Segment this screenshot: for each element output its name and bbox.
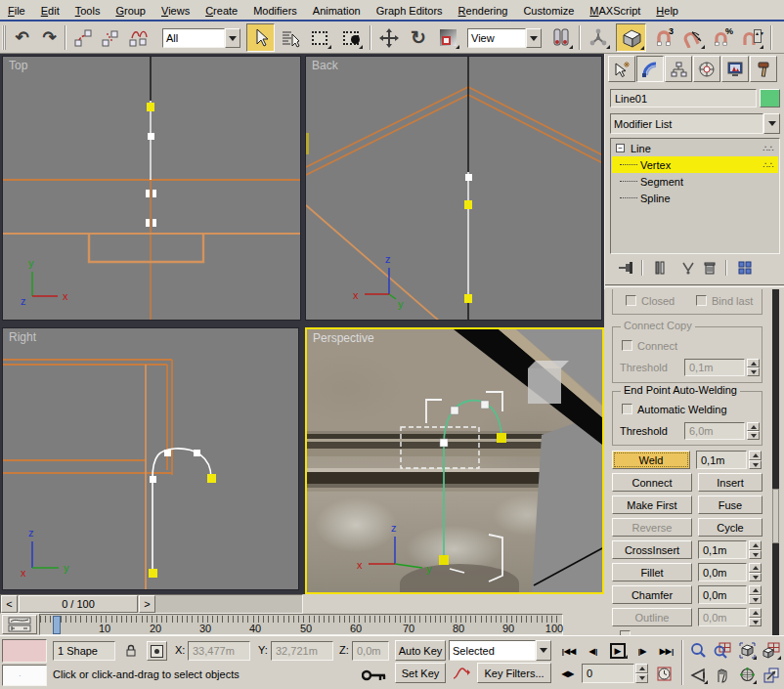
key-filters-button[interactable]: Key Filters... xyxy=(477,663,551,683)
menu-item-group[interactable]: Group xyxy=(108,2,153,19)
goto-start-button[interactable]: |◀◀ xyxy=(558,642,580,660)
reverse-button[interactable]: Reverse xyxy=(612,518,692,537)
bind-to-spacewarp-button[interactable] xyxy=(124,24,153,51)
spinner-snap-button[interactable]: ▲▼ xyxy=(738,24,765,51)
select-by-name-button[interactable] xyxy=(277,24,304,51)
object-name-field[interactable]: Line01 xyxy=(610,89,757,108)
viewport-right-label[interactable]: Right xyxy=(9,330,36,344)
percent-snap-button[interactable]: % xyxy=(709,24,736,51)
make-first-button[interactable]: Make First xyxy=(612,495,692,514)
key-scope-dropdown[interactable]: Selected xyxy=(449,640,536,661)
tab-create[interactable] xyxy=(608,56,635,82)
viewport-back[interactable]: Back z x y xyxy=(305,56,602,321)
weld-value-spinner[interactable] xyxy=(749,451,762,469)
time-configuration-button[interactable] xyxy=(653,664,675,683)
weld-value-field[interactable]: 0,1m xyxy=(696,451,747,469)
pan-button[interactable] xyxy=(711,664,734,686)
viewport-perspective-label[interactable]: Perspective xyxy=(313,331,374,345)
stack-item-vertex[interactable]: Vertex ∴∴ xyxy=(612,156,778,173)
current-frame-marker[interactable] xyxy=(53,616,61,634)
menu-item-maxscript[interactable]: MAXScript xyxy=(582,2,648,19)
tab-display[interactable] xyxy=(721,56,749,82)
select-and-scale-button[interactable] xyxy=(434,24,461,51)
object-color-swatch[interactable] xyxy=(760,89,780,108)
y-coordinate-field[interactable]: 32,721m xyxy=(271,641,333,661)
viewport-right[interactable]: Right z y x xyxy=(2,327,299,590)
stack-item-line[interactable]: − Line ∴∴ xyxy=(612,140,778,156)
maxscript-macro-recorder-pane[interactable] xyxy=(2,639,47,663)
connect-button[interactable]: Connect xyxy=(612,473,692,492)
current-frame-spinner[interactable] xyxy=(635,664,648,683)
bind-last-checkbox[interactable] xyxy=(696,295,707,306)
angle-snap-button[interactable] xyxy=(679,24,707,51)
configure-modifier-sets-button[interactable] xyxy=(733,258,757,278)
menu-item-file[interactable]: File xyxy=(0,2,33,19)
fillet-spinner[interactable] xyxy=(749,563,762,581)
menu-item-rendering[interactable]: Rendering xyxy=(451,2,516,19)
connect-threshold-spinner[interactable] xyxy=(747,359,760,376)
insert-button[interactable]: Insert xyxy=(698,473,762,492)
make-unique-button[interactable] xyxy=(678,258,698,278)
select-and-move-button[interactable] xyxy=(375,24,403,51)
play-button[interactable]: ▶ xyxy=(606,640,630,661)
remove-modifier-button[interactable] xyxy=(700,258,719,278)
crossinsert-spinner[interactable] xyxy=(749,540,762,559)
tab-modify[interactable] xyxy=(636,56,664,82)
chamfer-field[interactable]: 0,0m xyxy=(698,585,747,604)
menu-item-animation[interactable]: Animation xyxy=(305,2,369,19)
select-and-link-button[interactable] xyxy=(69,24,96,51)
menu-item-tools[interactable]: Tools xyxy=(67,2,109,19)
viewport-top-label[interactable]: Top xyxy=(9,59,27,72)
outline-spinner[interactable] xyxy=(749,608,762,626)
closed-checkbox[interactable] xyxy=(626,295,636,306)
viewport-top[interactable]: Top y x z xyxy=(2,56,301,321)
zoom-all-button[interactable] xyxy=(711,639,734,662)
reference-coordinate-dropdown-arrow[interactable] xyxy=(526,28,542,48)
previous-frame-button[interactable]: ◀| xyxy=(585,642,602,660)
selection-lock-toggle-button[interactable] xyxy=(121,641,140,661)
menu-item-views[interactable]: Views xyxy=(153,2,197,19)
stack-item-segment[interactable]: Segment xyxy=(612,173,778,190)
selection-filter-dropdown[interactable]: All xyxy=(162,28,225,48)
auto-key-button[interactable]: Auto Key xyxy=(395,640,446,661)
min-max-toggle-button[interactable] xyxy=(760,664,783,686)
menu-item-edit[interactable]: Edit xyxy=(33,2,67,19)
track-bar-ruler[interactable]: 0 10 20 30 40 50 60 70 80 90 100 xyxy=(39,614,563,635)
time-slider-handle[interactable]: 0 / 100 xyxy=(19,595,138,613)
collapse-box-icon[interactable]: − xyxy=(616,144,625,152)
chamfer-button[interactable]: Chamfer xyxy=(612,585,692,604)
default-tangent-button[interactable] xyxy=(449,663,474,683)
rollout-scrollbar-track[interactable] xyxy=(772,289,779,635)
show-end-result-button[interactable] xyxy=(649,258,671,278)
weld-threshold-field[interactable]: 6,0m xyxy=(684,422,745,440)
automatic-welding-checkbox[interactable] xyxy=(622,404,632,414)
tab-hierarchy[interactable] xyxy=(665,56,692,82)
x-coordinate-field[interactable]: 33,477m xyxy=(188,641,250,661)
chamfer-spinner[interactable] xyxy=(749,585,762,604)
crossinsert-button[interactable]: CrossInsert xyxy=(612,540,692,559)
rollout-scrollbar-thumb[interactable] xyxy=(772,489,779,543)
set-key-button[interactable]: Set Key xyxy=(395,663,446,683)
menu-item-modifiers[interactable]: Modifiers xyxy=(245,2,305,19)
cycle-button[interactable]: Cycle xyxy=(698,518,762,537)
fillet-button[interactable]: Fillet xyxy=(612,563,692,581)
menu-item-customize[interactable]: Customize xyxy=(515,2,582,19)
stack-item-spline[interactable]: Spline xyxy=(612,190,778,206)
snaps-toggle-button[interactable] xyxy=(616,23,646,52)
time-slider-prev-button[interactable]: < xyxy=(1,595,18,613)
zoom-extents-button[interactable] xyxy=(735,639,759,662)
arc-rotate-button[interactable] xyxy=(735,664,759,686)
select-and-manipulate-button[interactable] xyxy=(585,24,612,51)
key-scope-dropdown-arrow[interactable] xyxy=(536,640,551,661)
redo-button[interactable]: ↷ xyxy=(36,24,63,51)
undo-button[interactable]: ↶ xyxy=(9,24,35,51)
fillet-field[interactable]: 0,0m xyxy=(698,563,747,581)
open-mini-curve-editor-button[interactable] xyxy=(2,615,37,634)
outline-button[interactable]: Outline xyxy=(612,608,692,626)
tab-utilities[interactable] xyxy=(750,56,777,82)
field-of-view-button[interactable] xyxy=(686,664,710,686)
current-frame-field[interactable]: 0 xyxy=(582,664,634,683)
reference-coordinate-dropdown[interactable]: View xyxy=(467,28,526,48)
modifier-list-dropdown[interactable]: Modifier List xyxy=(610,113,763,134)
viewport-perspective[interactable]: Perspective z xyxy=(305,327,604,594)
